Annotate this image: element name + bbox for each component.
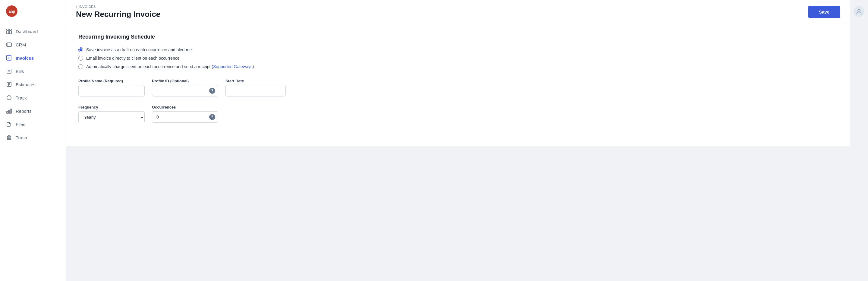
svg-rect-22	[8, 110, 10, 113]
sidebar-item-trash[interactable]: Trash	[0, 131, 66, 144]
radio-draft-input[interactable]	[79, 47, 83, 52]
profile-id-input[interactable]	[152, 85, 218, 96]
radio-charge-input[interactable]	[79, 64, 83, 69]
sidebar-item-invoices-label: Invoices	[16, 56, 34, 61]
svg-line-27	[10, 137, 10, 139]
radio-option-draft[interactable]: Save invoice as a draft on each occurren…	[79, 47, 838, 52]
occurrences-info-icon[interactable]: ?	[209, 114, 215, 120]
form-card: Recurring Invoicing Schedule Save invoic…	[66, 24, 850, 146]
topbar-right: Save	[808, 6, 840, 18]
profile-id-label: Profile ID (Optional)	[152, 79, 218, 83]
occurrences-input-wrapper: ?	[152, 111, 218, 123]
logo-icon: anp	[6, 5, 18, 17]
radio-charge-label: Automatically charge client on each occu…	[86, 64, 254, 69]
start-date-input[interactable]: 2020-06-23	[225, 85, 286, 96]
sidebar: anp ⌄ Dashboard	[0, 0, 66, 281]
form-fields-row-2: Frequency Daily Weekly Monthly Yearly Oc…	[79, 105, 838, 123]
sidebar-item-dashboard-label: Dashboard	[16, 29, 38, 34]
sidebar-item-crm[interactable]: CRM	[0, 38, 66, 51]
svg-rect-23	[10, 109, 11, 113]
topbar-left: ‹ INVOICES New Recurring Invoice	[76, 5, 160, 19]
sidebar-item-files-label: Files	[16, 122, 25, 127]
svg-rect-4	[7, 43, 11, 46]
save-button[interactable]: Save	[808, 6, 840, 18]
invoices-icon	[6, 55, 12, 61]
profile-id-info-icon[interactable]: ?	[209, 88, 215, 94]
sidebar-item-track[interactable]: Track	[0, 91, 66, 104]
sidebar-item-estimates[interactable]: Estimates	[0, 78, 66, 91]
breadcrumb-parent[interactable]: INVOICES	[79, 5, 96, 8]
estimates-icon	[6, 82, 12, 88]
radio-option-email[interactable]: Email invoice directly to client on each…	[79, 56, 838, 61]
sidebar-item-estimates-label: Estimates	[16, 82, 36, 87]
sidebar-item-invoices[interactable]: Invoices	[0, 51, 66, 64]
sidebar-item-dashboard[interactable]: Dashboard	[0, 25, 66, 38]
svg-point-28	[858, 9, 860, 12]
sidebar-item-files[interactable]: Files	[0, 118, 66, 131]
main-content: ‹ INVOICES New Recurring Invoice Save Re…	[66, 0, 850, 281]
svg-rect-21	[7, 111, 8, 113]
radio-option-charge[interactable]: Automatically charge client on each occu…	[79, 64, 838, 69]
sidebar-item-reports[interactable]: Reports	[0, 104, 66, 118]
start-date-label: Start Date	[225, 79, 286, 83]
sidebar-item-crm-label: CRM	[16, 42, 26, 47]
svg-rect-0	[7, 29, 9, 30]
breadcrumb-chevron-icon: ‹	[76, 5, 77, 8]
profile-id-input-wrapper: ?	[152, 85, 218, 96]
bills-icon	[6, 68, 12, 74]
section-title: Recurring Invoicing Schedule	[79, 34, 838, 40]
profile-id-group: Profile ID (Optional) ?	[152, 79, 218, 96]
trash-icon	[6, 134, 12, 140]
occurrences-group: Occurrences ?	[152, 105, 218, 123]
profile-name-input[interactable]	[79, 85, 145, 96]
occurrences-input[interactable]	[152, 111, 218, 123]
frequency-label: Frequency	[79, 105, 145, 110]
dashboard-icon	[6, 28, 12, 34]
track-icon	[6, 95, 12, 101]
form-area: Recurring Invoicing Schedule Save invoic…	[66, 24, 850, 281]
sidebar-item-bills[interactable]: Bills	[0, 64, 66, 78]
breadcrumb: ‹ INVOICES	[76, 5, 160, 8]
logo-area[interactable]: anp ⌄	[0, 0, 66, 22]
right-panel	[850, 0, 868, 281]
reports-icon	[6, 108, 12, 114]
radio-email-input[interactable]	[79, 56, 83, 61]
svg-line-26	[8, 137, 9, 139]
svg-rect-2	[7, 31, 9, 34]
radio-email-label: Email invoice directly to client on each…	[86, 56, 180, 61]
profile-name-group: Profile Name (Required)	[79, 79, 145, 96]
start-date-group: Start Date 2020-06-23	[225, 79, 286, 96]
sidebar-item-trash-label: Trash	[16, 135, 27, 140]
files-icon	[6, 121, 12, 127]
occurrences-label: Occurrences	[152, 105, 218, 110]
form-fields-row-1: Profile Name (Required) Profile ID (Opti…	[79, 79, 838, 96]
page-title: New Recurring Invoice	[76, 10, 160, 19]
frequency-group: Frequency Daily Weekly Monthly Yearly	[79, 105, 145, 123]
crm-icon	[6, 41, 12, 48]
supported-gateways-link[interactable]: Supported Gateways	[213, 64, 253, 69]
sidebar-item-track-label: Track	[16, 95, 27, 100]
profile-name-label: Profile Name (Required)	[79, 79, 145, 83]
radio-draft-label: Save invoice as a draft on each occurren…	[86, 47, 192, 52]
sidebar-item-bills-label: Bills	[16, 69, 24, 74]
frequency-select[interactable]: Daily Weekly Monthly Yearly	[79, 111, 145, 123]
logo-chevron-icon: ⌄	[20, 9, 23, 13]
topbar: ‹ INVOICES New Recurring Invoice Save	[66, 0, 850, 24]
avatar[interactable]	[854, 6, 864, 17]
sidebar-nav: Dashboard CRM	[0, 22, 66, 281]
svg-rect-11	[6, 56, 7, 60]
sidebar-item-reports-label: Reports	[16, 108, 32, 114]
svg-rect-3	[9, 31, 11, 34]
svg-rect-1	[9, 29, 11, 30]
radio-group: Save invoice as a draft on each occurren…	[79, 47, 838, 69]
